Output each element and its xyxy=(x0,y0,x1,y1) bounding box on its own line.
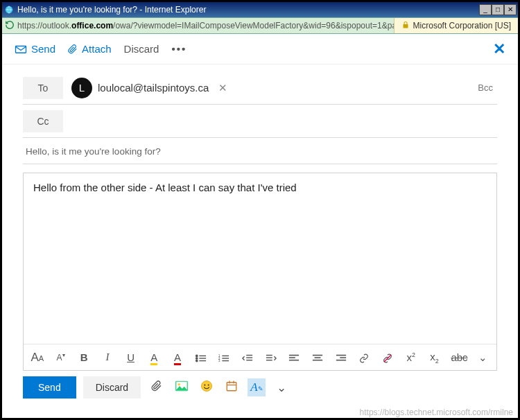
send-label: Send xyxy=(31,43,55,55)
insert-picture-icon[interactable] xyxy=(173,380,191,395)
editor-container: Hello from the other side - At least I c… xyxy=(23,173,497,371)
toggle-format-bar-icon[interactable]: A✎ xyxy=(248,378,266,396)
address-bar: https://outlook.office.com/owa/?viewmode… xyxy=(2,17,518,34)
message-body[interactable]: Hello from the other side - At least I c… xyxy=(24,173,496,344)
calendar-icon[interactable] xyxy=(223,380,241,396)
subject-input[interactable]: Hello, is it me you're looking for? xyxy=(26,146,497,157)
more-options-icon[interactable]: ⌄ xyxy=(272,380,291,395)
subject-row[interactable]: Hello, is it me you're looking for? xyxy=(23,138,497,164)
compose-area: To L loulocal@tailspintoys.ca ✕ Bcc Cc H… xyxy=(2,64,518,371)
svg-point-32 xyxy=(178,383,181,385)
close-window-button[interactable]: ✕ xyxy=(504,4,517,15)
watermark-text: https://blogs.technet.microsoft.com/rmil… xyxy=(360,408,513,417)
svg-rect-2 xyxy=(16,46,26,53)
more-actions-button[interactable]: ••• xyxy=(171,43,187,55)
font-size-small-icon[interactable]: A▾ xyxy=(54,352,68,362)
svg-point-34 xyxy=(204,384,205,385)
refresh-icon[interactable] xyxy=(2,20,17,32)
attach-file-icon[interactable] xyxy=(148,379,166,396)
svg-rect-1 xyxy=(403,24,408,28)
discard-button[interactable]: Discard xyxy=(83,376,141,399)
svg-point-7 xyxy=(196,360,197,361)
bullet-list-icon[interactable] xyxy=(194,351,208,363)
paperclip-icon xyxy=(68,43,78,55)
svg-text:3: 3 xyxy=(218,359,220,362)
discard-button-top[interactable]: Discard xyxy=(124,43,159,55)
recipient-avatar: L xyxy=(71,78,92,98)
svg-point-35 xyxy=(208,384,209,385)
font-size-large-icon[interactable]: AA xyxy=(31,351,44,365)
indent-icon[interactable] xyxy=(264,351,278,363)
to-field-button[interactable]: To xyxy=(23,77,63,99)
url-prefix: https://outlook. xyxy=(17,21,71,30)
superscript-icon[interactable]: x2 xyxy=(404,351,418,363)
bcc-toggle[interactable]: Bcc xyxy=(478,82,497,93)
window-title: Hello, is it me you're looking for? - In… xyxy=(17,5,479,15)
format-toolbar: AA A▾ B I U A A 123 x2 x2 abc ⌄ xyxy=(24,344,496,370)
unlink-icon[interactable] xyxy=(381,351,395,363)
svg-point-5 xyxy=(196,358,197,359)
minimize-button[interactable]: _ xyxy=(479,4,492,15)
link-icon[interactable] xyxy=(358,351,372,363)
underline-icon[interactable]: U xyxy=(124,351,138,363)
cc-field-button[interactable]: Cc xyxy=(23,110,63,132)
url-host: office.com xyxy=(71,21,113,30)
emoji-icon[interactable] xyxy=(198,380,216,396)
maximize-button[interactable]: □ xyxy=(492,4,504,15)
attach-button[interactable]: Attach xyxy=(68,43,112,55)
recipient-chip[interactable]: L loulocal@tailspintoys.ca ✕ xyxy=(71,78,227,98)
send-button[interactable]: Send xyxy=(23,376,76,399)
ie-icon xyxy=(3,4,15,15)
lock-icon xyxy=(401,21,410,31)
send-icon xyxy=(15,44,27,55)
more-format-icon[interactable]: ⌄ xyxy=(476,351,489,364)
remove-recipient-icon[interactable]: ✕ xyxy=(218,82,227,94)
font-color-icon[interactable]: A xyxy=(171,351,184,363)
discard-label: Discard xyxy=(124,43,159,55)
bold-icon[interactable]: B xyxy=(77,351,91,363)
outdent-icon[interactable] xyxy=(241,351,254,363)
cert-name: Microsoft Corporation [US] xyxy=(413,21,511,30)
svg-point-33 xyxy=(202,380,212,391)
strikethrough-icon[interactable]: abc xyxy=(451,351,466,363)
number-list-icon[interactable]: 123 xyxy=(218,351,232,363)
url-text[interactable]: https://outlook.office.com/owa/?viewmode… xyxy=(17,21,394,30)
italic-icon[interactable]: I xyxy=(101,351,114,363)
svg-point-3 xyxy=(196,355,197,356)
align-center-icon[interactable] xyxy=(311,351,324,363)
attach-label: Attach xyxy=(82,43,112,55)
to-row: To L loulocal@tailspintoys.ca ✕ Bcc xyxy=(23,71,497,105)
window-buttons: _ □ ✕ xyxy=(479,4,517,15)
window-titlebar: Hello, is it me you're looking for? - In… xyxy=(2,2,518,17)
cc-row: Cc xyxy=(23,105,497,138)
ssl-cert-badge[interactable]: Microsoft Corporation [US] xyxy=(394,18,518,33)
recipient-email: loulocal@tailspintoys.ca xyxy=(98,82,209,94)
url-path: /owa/?viewmodel=IMailComposeViewModelFac… xyxy=(113,21,394,30)
highlight-color-icon[interactable]: A xyxy=(147,351,161,363)
align-left-icon[interactable] xyxy=(288,351,302,363)
align-right-icon[interactable] xyxy=(334,351,348,363)
send-button-top[interactable]: Send xyxy=(15,43,55,55)
svg-rect-36 xyxy=(227,382,236,390)
bottom-bar: Send Discard A✎ ⌄ xyxy=(2,371,518,404)
close-compose-button[interactable]: ✕ xyxy=(493,40,505,58)
compose-toolbar: Send Attach Discard ••• ✕ xyxy=(2,34,518,64)
subscript-icon[interactable]: x2 xyxy=(428,351,442,365)
